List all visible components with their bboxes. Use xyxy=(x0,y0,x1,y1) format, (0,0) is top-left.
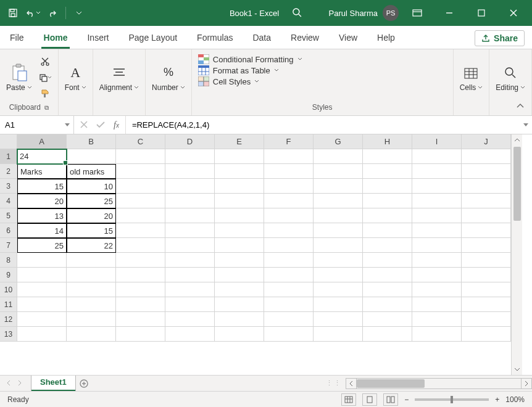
col-header-D[interactable]: D xyxy=(165,134,215,149)
sheet-nav-prev[interactable] xyxy=(6,379,11,388)
save-button[interactable] xyxy=(5,5,21,21)
alignment-button[interactable]: Alignment xyxy=(99,65,139,92)
cell-A4[interactable]: 20 xyxy=(17,194,67,208)
insert-function-button[interactable]: fx xyxy=(114,120,119,130)
paste-button[interactable]: Paste xyxy=(6,64,32,92)
qat-customize-button[interactable] xyxy=(71,5,87,21)
format-as-table-button[interactable]: Format as Table xyxy=(198,65,302,75)
normal-view-button[interactable] xyxy=(341,393,356,406)
tab-review[interactable]: Review xyxy=(288,28,322,49)
tab-view[interactable]: View xyxy=(336,28,360,49)
col-header-I[interactable]: I xyxy=(412,134,462,149)
row-header-3[interactable]: 3 xyxy=(0,179,17,194)
clipboard-launcher[interactable]: ⧉ xyxy=(44,104,49,111)
cell-A1[interactable]: 24 xyxy=(17,149,67,164)
minimize-button[interactable] xyxy=(436,0,463,26)
tab-help[interactable]: Help xyxy=(375,28,397,49)
tab-insert[interactable]: Insert xyxy=(85,28,111,49)
row-header-10[interactable]: 10 xyxy=(0,282,17,297)
col-header-A[interactable]: A xyxy=(17,134,67,149)
row-header-13[interactable]: 13 xyxy=(0,327,17,342)
scroll-right-button[interactable] xyxy=(521,378,532,389)
cell-B1[interactable] xyxy=(67,149,116,164)
sheet-tab[interactable]: Sheet1 xyxy=(31,376,76,391)
row-header-12[interactable]: 12 xyxy=(0,312,17,327)
svg-point-15 xyxy=(46,63,49,65)
col-header-G[interactable]: G xyxy=(314,134,363,149)
cell-A6[interactable]: 14 xyxy=(17,223,67,238)
select-all-button[interactable] xyxy=(0,134,17,149)
name-box[interactable]: A1 xyxy=(0,116,74,134)
cell-A7[interactable]: 25 xyxy=(17,238,67,253)
scroll-up-button[interactable] xyxy=(512,134,522,146)
cell-A5[interactable]: 13 xyxy=(17,208,67,223)
col-header-E[interactable]: E xyxy=(215,134,264,149)
col-header-F[interactable]: F xyxy=(264,134,314,149)
col-header-B[interactable]: B xyxy=(67,134,116,149)
scroll-down-button[interactable] xyxy=(512,364,522,375)
cell-B3[interactable]: 10 xyxy=(67,179,116,194)
sheet-nav-next[interactable] xyxy=(17,379,22,388)
hscroll-thumb[interactable] xyxy=(357,379,425,388)
scroll-left-button[interactable] xyxy=(346,378,357,389)
zoom-level[interactable]: 100% xyxy=(505,395,525,404)
row-header-8[interactable]: 8 xyxy=(0,253,17,268)
cell-B7[interactable]: 22 xyxy=(67,238,116,253)
ribbon-display-button[interactable] xyxy=(404,0,431,26)
redo-button[interactable] xyxy=(44,5,60,21)
zoom-slider[interactable] xyxy=(415,398,489,401)
row-header-9[interactable]: 9 xyxy=(0,268,17,282)
collapse-ribbon-button[interactable] xyxy=(516,101,525,112)
zoom-in-button[interactable]: + xyxy=(495,395,499,404)
search-icon[interactable] xyxy=(291,7,302,20)
horizontal-scrollbar[interactable]: ⋮⋮ xyxy=(322,376,532,391)
scroll-split-grip[interactable]: ⋮⋮ xyxy=(322,379,346,387)
add-sheet-button[interactable] xyxy=(76,376,92,391)
scroll-thumb[interactable] xyxy=(513,147,521,221)
tab-page-layout[interactable]: Page Layout xyxy=(126,28,180,49)
cell-A3[interactable]: 15 xyxy=(17,179,67,194)
account-button[interactable]: Parul Sharma PS xyxy=(329,5,399,21)
maximize-button[interactable] xyxy=(468,0,495,26)
grid[interactable]: A B C D E F G H I J 1 24 2 Marks old mar… xyxy=(0,134,511,375)
cell-B2[interactable]: old marks xyxy=(67,164,116,179)
page-layout-view-button[interactable] xyxy=(362,393,377,406)
col-header-H[interactable]: H xyxy=(363,134,412,149)
tab-formulas[interactable]: Formulas xyxy=(194,28,235,49)
row-header-2[interactable]: 2 xyxy=(0,164,17,179)
cell-B6[interactable]: 15 xyxy=(67,223,116,238)
row-header-1[interactable]: 1 xyxy=(0,149,17,164)
expand-formula-bar-button[interactable] xyxy=(523,123,528,126)
formula-input[interactable]: =REPLACE(A4,2,1,4) xyxy=(125,116,532,134)
row-header-7[interactable]: 7 xyxy=(0,238,17,253)
cell-B5[interactable]: 20 xyxy=(67,208,116,223)
cell-B4[interactable]: 25 xyxy=(67,194,116,208)
tab-data[interactable]: Data xyxy=(250,28,273,49)
undo-button[interactable] xyxy=(25,5,41,21)
page-break-view-button[interactable] xyxy=(383,393,398,406)
row-header-11[interactable]: 11 xyxy=(0,297,17,312)
editing-button[interactable]: Editing xyxy=(496,65,525,92)
tab-home[interactable]: Home xyxy=(41,28,70,49)
share-button[interactable]: Share xyxy=(475,30,525,46)
copy-button[interactable] xyxy=(38,71,52,84)
cut-button[interactable] xyxy=(38,55,52,68)
zoom-out-button[interactable]: − xyxy=(404,395,409,404)
close-button[interactable] xyxy=(500,0,527,26)
vertical-scrollbar[interactable] xyxy=(511,134,522,375)
font-button[interactable]: A Font xyxy=(65,65,86,92)
cell-styles-button[interactable]: Cell Styles xyxy=(198,76,302,86)
row-header-6[interactable]: 6 xyxy=(0,223,17,238)
conditional-formatting-button[interactable]: Conditional Formatting xyxy=(198,54,302,64)
cell-A2[interactable]: Marks xyxy=(17,164,67,179)
row-header-5[interactable]: 5 xyxy=(0,208,17,223)
row-header-4[interactable]: 4 xyxy=(0,194,17,208)
cells-button[interactable]: Cells xyxy=(460,65,483,92)
number-button[interactable]: % Number xyxy=(152,65,185,92)
enter-formula-icon[interactable] xyxy=(96,120,105,131)
cancel-formula-icon[interactable] xyxy=(80,120,88,131)
tab-file[interactable]: File xyxy=(7,28,27,49)
format-painter-button[interactable] xyxy=(38,87,52,101)
col-header-C[interactable]: C xyxy=(116,134,165,149)
col-header-J[interactable]: J xyxy=(462,134,511,149)
